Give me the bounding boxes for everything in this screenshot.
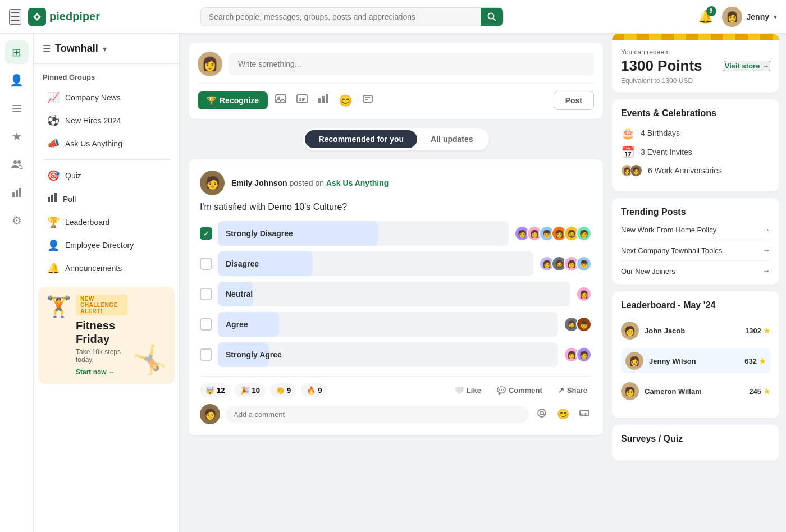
- poll-bar[interactable]: Neutral: [218, 282, 570, 306]
- visit-store-button[interactable]: Visit store →: [724, 61, 770, 71]
- poll-checkbox[interactable]: [200, 348, 212, 361]
- more-icon[interactable]: [359, 90, 376, 110]
- challenge-card[interactable]: 🏋️ NEW CHALLENGE ALERT! Fitness Friday T…: [38, 287, 175, 384]
- post-header: 🧑 Emily Johnson posted on Ask Us Anythin…: [200, 171, 592, 195]
- trophy-icon: 🏆: [207, 96, 216, 105]
- comment-button[interactable]: 💬 Comment: [492, 384, 547, 397]
- compose-input[interactable]: [229, 53, 594, 75]
- poll-checkbox[interactable]: [200, 258, 212, 270]
- tab-all-updates[interactable]: All updates: [417, 130, 486, 148]
- leaderboard-item-john[interactable]: 🧑 John Jacob 1302 ★: [621, 318, 770, 343]
- leaderboard-name: John Jacob: [645, 327, 739, 335]
- poll-option: Agree 🧔 👦: [200, 312, 592, 337]
- svg-point-21: [538, 409, 546, 417]
- voter-avatar: 👦: [576, 256, 592, 272]
- icon-bar-item-people[interactable]: [5, 153, 29, 176]
- points-stripe: [612, 34, 779, 40]
- icon-bar-item-settings[interactable]: ⚙: [5, 209, 29, 232]
- tab-recommended[interactable]: Recommended for you: [305, 130, 417, 148]
- sidebar-item-company-news[interactable]: 📈 Company News: [38, 86, 175, 109]
- sidebar-item-leaderboard[interactable]: 🏆 Leaderboard: [38, 211, 175, 233]
- event-item-anniversaries[interactable]: 👩 🧑 6 Work Anniversaries: [621, 164, 770, 177]
- trending-item-townhall[interactable]: Next Company Townhall Topics →: [621, 246, 770, 261]
- sidebar-item-label: Company News: [65, 93, 121, 102]
- gif-comment-icon[interactable]: GIF: [577, 406, 592, 423]
- emoji-comment-icon[interactable]: 😊: [555, 406, 572, 423]
- post-reactions: 🤯 12 🎉 10 👏 9 🔥 9 🤍: [200, 376, 592, 397]
- leaderboard-avatar: 🧑: [621, 382, 639, 400]
- sidebar-item-announcements[interactable]: 🔔 Announcements: [38, 257, 175, 279]
- poll-bar[interactable]: Disagree: [218, 251, 533, 276]
- icon-bar-item-grid[interactable]: ⊞: [5, 40, 29, 64]
- share-button[interactable]: ↗ Share: [554, 384, 592, 397]
- recognize-button[interactable]: 🏆 Recognize: [198, 91, 268, 109]
- poll-checkbox[interactable]: [200, 288, 212, 300]
- star-icon: ★: [764, 387, 770, 396]
- sidebar-item-ask-us[interactable]: 📣 Ask Us Anything: [38, 132, 175, 155]
- mention-icon[interactable]: [534, 406, 549, 423]
- logo-icon: [28, 8, 46, 26]
- search-button[interactable]: [481, 8, 503, 26]
- sidebar-item-directory[interactable]: 👤 Employee Directory: [38, 234, 175, 256]
- search-input[interactable]: [201, 8, 481, 26]
- event-item-birthdays[interactable]: 🎂 4 Birthdays: [621, 126, 770, 140]
- challenge-link[interactable]: Start now →: [76, 368, 127, 376]
- chevron-down-icon[interactable]: ▾: [103, 44, 107, 53]
- soccer-icon: ⚽: [47, 114, 60, 127]
- trending-item-wfh[interactable]: New Work From Home Policy →: [621, 225, 770, 240]
- sidebar-title: Townhall: [55, 43, 98, 54]
- svg-rect-2: [12, 105, 21, 106]
- poll-voters: 👩 🧑: [564, 347, 592, 363]
- sidebar: ☰ Townhall ▾ Pinned Groups 📈 Company New…: [34, 34, 180, 532]
- events-title: Events & Celebrations: [621, 108, 770, 118]
- emoji-icon[interactable]: 😊: [336, 91, 355, 109]
- poll-option: Disagree 👩 🧔 👩 👦: [200, 251, 592, 276]
- reaction-chip[interactable]: 🤯 12: [200, 383, 230, 397]
- poll-bar[interactable]: Agree: [218, 312, 558, 337]
- event-label: 4 Birthdays: [641, 129, 680, 137]
- leaderboard-item-cameron[interactable]: 🧑 Cameron Willam 245 ★: [621, 379, 770, 403]
- reaction-chip[interactable]: 👏 9: [270, 383, 296, 397]
- like-button[interactable]: 🤍 Like: [450, 384, 486, 397]
- reaction-chip[interactable]: 🎉 10: [235, 383, 265, 397]
- comment-input[interactable]: [226, 406, 529, 423]
- poll-bar[interactable]: Strongly Agree: [218, 342, 558, 367]
- leaderboard-name: Jenny Wilson: [649, 357, 739, 365]
- notification-bell[interactable]: 🔔 9: [698, 10, 713, 24]
- trending-post-label: Next Company Townhall Topics: [621, 246, 762, 255]
- svg-point-0: [488, 13, 493, 19]
- icon-bar-item-list[interactable]: [5, 97, 29, 120]
- icon-bar-item-person[interactable]: 👤: [5, 68, 29, 92]
- image-icon[interactable]: [272, 90, 289, 110]
- poll-compose-icon[interactable]: [315, 90, 332, 110]
- gif-icon[interactable]: GIF: [294, 90, 310, 110]
- user-name: Jenny: [747, 12, 769, 21]
- sidebar-item-poll[interactable]: Poll: [38, 187, 175, 210]
- search-bar: [200, 7, 504, 26]
- comment-icon: 💬: [497, 386, 506, 395]
- logo[interactable]: piedpiper: [28, 8, 100, 26]
- sidebar-bottom: 🏋️ NEW CHALLENGE ALERT! Fitness Friday T…: [34, 280, 179, 391]
- hamburger-menu[interactable]: ☰: [9, 9, 21, 25]
- trending-widget: Trending Posts New Work From Home Policy…: [612, 198, 779, 285]
- trending-title: Trending Posts: [621, 207, 770, 217]
- poll-checkbox[interactable]: [200, 318, 212, 331]
- post-question: I'm satisfied with Demo 10's Culture?: [200, 202, 592, 212]
- points-redeem-text: You can redeem: [621, 48, 770, 56]
- surveys-title: Surveys / Quiz: [621, 434, 770, 444]
- event-item-invites[interactable]: 📅 3 Event Invites: [621, 145, 770, 159]
- sidebar-item-quiz[interactable]: 🎯 Quiz: [38, 164, 175, 187]
- sidebar-item-label: Leaderboard: [65, 218, 109, 227]
- quiz-icon: 🎯: [47, 169, 60, 182]
- icon-bar-item-chart[interactable]: [5, 181, 29, 204]
- poll-checkbox[interactable]: ✓: [200, 227, 212, 240]
- reaction-chip[interactable]: 🔥 9: [301, 383, 327, 397]
- icon-bar-item-star[interactable]: ★: [5, 125, 29, 148]
- post-button[interactable]: Post: [554, 91, 594, 110]
- trending-item-joiners[interactable]: Our New Joiners →: [621, 267, 770, 276]
- poll-bar[interactable]: Strongly Disagree: [218, 221, 509, 246]
- sidebar-item-new-hires[interactable]: ⚽ New Hires 2024: [38, 109, 175, 132]
- compose-avatar: 👩: [198, 52, 222, 76]
- user-menu[interactable]: 👩 Jenny ▾: [722, 7, 777, 27]
- leaderboard-item-jenny[interactable]: 👩 Jenny Wilson 632 ★: [621, 348, 770, 373]
